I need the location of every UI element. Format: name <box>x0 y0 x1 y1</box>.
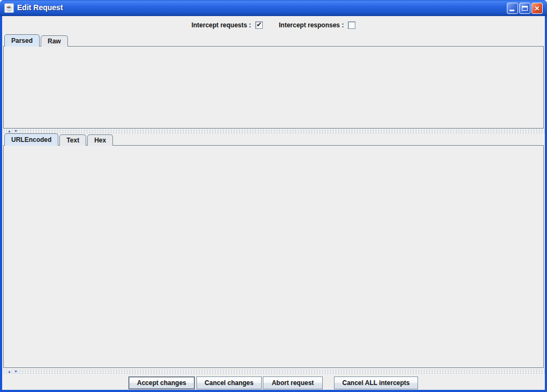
tab-parsed-label: Parsed <box>11 37 33 44</box>
parsed-tab-panel <box>3 46 544 129</box>
tab-parsed[interactable]: Parsed <box>4 34 40 47</box>
close-icon: ✕ <box>534 5 540 12</box>
tab-raw-label: Raw <box>48 37 61 45</box>
intercept-responses-label: Intercept responses : <box>279 21 344 29</box>
maximize-button[interactable] <box>519 3 530 14</box>
collapse-up-icon[interactable]: ▲ <box>7 129 11 133</box>
urlencoded-tab-panel <box>3 145 544 368</box>
cancel-changes-button[interactable]: Cancel changes <box>196 376 262 389</box>
abort-request-button[interactable]: Abort request <box>263 376 323 389</box>
tab-urlencoded[interactable]: URLEncoded <box>4 133 58 146</box>
checkmark-icon: ✔ <box>256 21 262 28</box>
split-divider[interactable]: ▲ ▼ <box>2 369 545 374</box>
tab-hex-label: Hex <box>94 137 106 144</box>
request-tabstrip: Parsed Raw <box>4 34 69 47</box>
minimize-icon <box>510 10 514 11</box>
intercept-options-row: Intercept requests : ✔ Intercept respons… <box>2 20 545 31</box>
tab-text-label: Text <box>66 137 79 144</box>
dialog-content: Intercept requests : ✔ Intercept respons… <box>2 16 545 390</box>
minimize-button[interactable] <box>507 3 518 14</box>
collapse-down-icon[interactable]: ▼ <box>14 370 18 374</box>
accept-changes-button[interactable]: Accept changes <box>128 376 195 389</box>
tab-text[interactable]: Text <box>59 134 86 146</box>
cancel-all-intercepts-button[interactable]: Cancel ALL intercepts <box>334 376 418 389</box>
window-title: Edit Request <box>17 3 63 12</box>
close-button[interactable]: ✕ <box>531 3 543 14</box>
intercept-requests-checkbox[interactable]: ✔ <box>255 21 263 29</box>
titlebar: ☕ Edit Request ✕ <box>0 0 547 16</box>
java-logo-icon: ☕ <box>4 3 14 13</box>
edit-request-window: ☕ Edit Request ✕ Intercept requests : ✔ … <box>0 0 547 392</box>
tab-hex[interactable]: Hex <box>87 134 113 146</box>
collapse-down-icon[interactable]: ▼ <box>14 129 18 133</box>
tab-raw[interactable]: Raw <box>41 35 68 47</box>
maximize-icon <box>522 6 528 11</box>
intercept-requests-label: Intercept requests : <box>192 21 251 29</box>
tab-urlencoded-label: URLEncoded <box>11 136 51 144</box>
content-tabstrip: URLEncoded Text Hex <box>4 133 114 146</box>
intercept-responses-checkbox[interactable] <box>348 21 355 29</box>
collapse-up-icon[interactable]: ▲ <box>7 370 11 374</box>
